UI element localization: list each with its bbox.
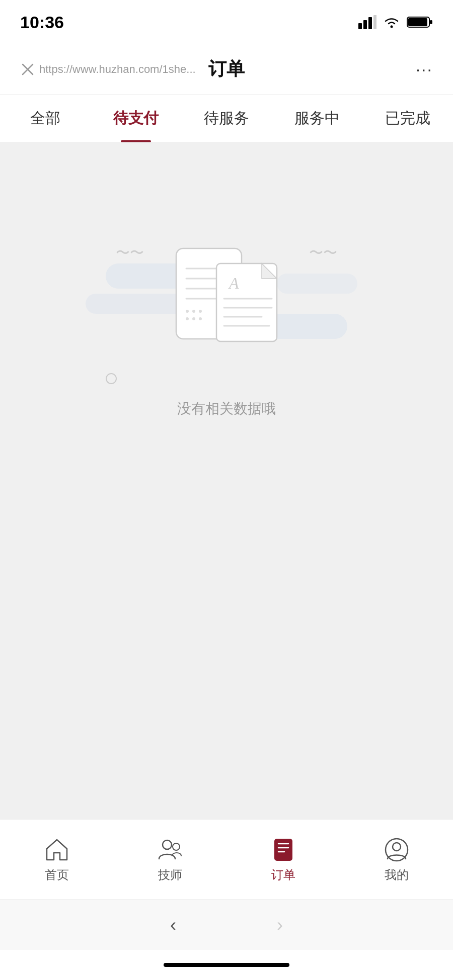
browser-back-button[interactable]: ‹	[170, 915, 176, 936]
svg-rect-3	[373, 15, 376, 29]
battery-icon	[407, 15, 433, 29]
svg-point-19	[192, 317, 195, 320]
more-button[interactable]: ···	[416, 59, 433, 79]
bottom-nav-technician[interactable]: 技师	[157, 837, 183, 883]
status-time: 10:36	[20, 13, 64, 32]
close-icon[interactable]	[20, 62, 35, 77]
technician-icon	[157, 837, 183, 863]
nav-bar: https://www.huzhan.com/1she... 订单 ···	[0, 44, 453, 95]
tab-bar: 全部 待支付 待服务 服务中 已完成	[0, 95, 453, 143]
svg-rect-0	[358, 23, 362, 29]
tab-all-label: 全部	[30, 108, 60, 129]
deco-wave-right: 〜〜	[309, 243, 337, 262]
svg-point-4	[391, 26, 393, 28]
tab-pending-service-label: 待服务	[204, 108, 249, 129]
browser-controls: ‹ ›	[0, 900, 453, 950]
home-indicator-bar	[164, 963, 289, 967]
home-icon	[44, 837, 70, 863]
main-content: 〜〜 〜〜	[0, 143, 453, 819]
svg-rect-29	[274, 839, 292, 861]
svg-point-28	[173, 843, 180, 850]
bottom-nav: 首页 技师 订单 我的	[0, 819, 453, 900]
order-icon	[270, 837, 296, 863]
tab-in-service[interactable]: 服务中	[272, 95, 362, 142]
nav-back-area[interactable]: https://www.huzhan.com/1she...	[20, 62, 196, 77]
page-title: 订单	[208, 57, 245, 81]
svg-rect-1	[363, 20, 367, 29]
tab-completed[interactable]: 已完成	[362, 95, 453, 142]
tab-all[interactable]: 全部	[0, 95, 91, 142]
svg-rect-6	[408, 18, 427, 26]
svg-point-16	[192, 310, 195, 313]
bottom-nav-mine[interactable]: 我的	[384, 837, 410, 883]
svg-point-27	[163, 840, 172, 849]
deco-wave-left: 〜〜	[116, 243, 144, 262]
status-bar: 10:36	[0, 0, 453, 44]
bottom-nav-order-label: 订单	[271, 867, 295, 883]
empty-state: 〜〜 〜〜	[76, 213, 378, 418]
svg-point-20	[199, 317, 202, 320]
empty-state-text: 没有相关数据哦	[177, 399, 276, 418]
bottom-nav-home-label: 首页	[45, 867, 69, 883]
bottom-nav-home[interactable]: 首页	[44, 837, 70, 883]
tab-completed-label: 已完成	[385, 108, 430, 129]
bottom-nav-technician-label: 技师	[158, 867, 182, 883]
wifi-icon	[383, 15, 401, 29]
tab-pending-payment-label: 待支付	[113, 108, 159, 129]
home-indicator	[0, 950, 453, 980]
bottom-nav-mine-label: 我的	[385, 867, 409, 883]
empty-illustration: A	[161, 238, 292, 359]
tab-pending-service[interactable]: 待服务	[181, 95, 272, 142]
status-icons	[358, 15, 433, 29]
svg-rect-2	[368, 17, 372, 29]
svg-point-31	[393, 843, 401, 851]
svg-point-18	[186, 317, 189, 320]
nav-url: https://www.huzhan.com/1she...	[39, 63, 196, 76]
deco-circle	[106, 373, 117, 384]
bottom-nav-order[interactable]: 订单	[270, 837, 296, 883]
svg-rect-7	[430, 20, 432, 24]
signal-icon	[358, 15, 376, 29]
browser-forward-button[interactable]: ›	[277, 915, 283, 936]
svg-text:A: A	[228, 274, 239, 292]
tab-in-service-label: 服务中	[294, 108, 340, 129]
svg-point-17	[199, 310, 202, 313]
svg-point-15	[186, 310, 189, 313]
mine-icon	[384, 837, 410, 863]
tab-pending-payment[interactable]: 待支付	[91, 95, 181, 142]
